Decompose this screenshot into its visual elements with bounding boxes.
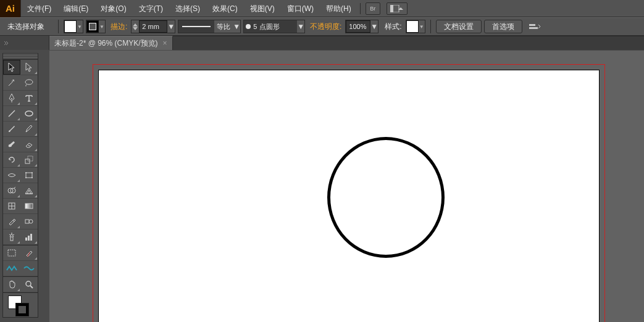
opacity-input[interactable]: 100% (346, 20, 370, 33)
svg-line-7 (9, 110, 15, 117)
lasso-tool[interactable] (20, 75, 38, 91)
width-tool[interactable] (3, 168, 20, 183)
menu-type[interactable]: 文字(T) (133, 0, 169, 17)
chevron-down-icon: ▼ (77, 24, 83, 30)
slice-tool[interactable] (20, 246, 38, 261)
artboard[interactable] (99, 70, 599, 322)
eyedropper-tool[interactable] (3, 214, 20, 229)
rotate-tool[interactable] (3, 152, 20, 168)
canvas-area[interactable] (49, 51, 644, 322)
line-tool[interactable] (3, 106, 20, 122)
document-tab[interactable]: 未标题-2* @ 96% (CMYK/预览) × (49, 36, 173, 50)
fill-swatch-dropdown[interactable]: ▼ (64, 20, 83, 33)
stepper-up-icon[interactable] (133, 23, 138, 27)
toolbox-grip[interactable] (3, 54, 38, 60)
chevron-down-icon: ▼ (99, 24, 105, 30)
ellipse-tool[interactable] (20, 106, 38, 122)
svg-rect-22 (25, 220, 29, 223)
mesh-tool[interactable] (3, 199, 20, 214)
svg-line-31 (30, 286, 33, 288)
layout-switcher[interactable] (387, 2, 408, 15)
zigzag-tool[interactable] (3, 261, 20, 276)
stroke-color-swatch[interactable] (15, 303, 29, 316)
menu-window[interactable]: 窗口(W) (281, 0, 320, 17)
fill-stroke-control[interactable] (3, 292, 38, 317)
svg-point-5 (25, 80, 33, 85)
free-transform-tool[interactable] (20, 168, 38, 183)
pen-tool[interactable] (3, 91, 20, 106)
zoom-tool[interactable] (20, 277, 38, 292)
svg-rect-27 (30, 234, 32, 241)
stroke-profile-label: 等比 (214, 22, 233, 31)
control-bar: 未选择对象 ▼ ▼ 描边: 2 mm ▼ 等比 ▼ 5 点圆形 ▼ 不透明度: … (0, 17, 644, 36)
hand-tool[interactable] (3, 277, 20, 292)
bridge-button[interactable]: Br (366, 2, 380, 15)
svg-line-29 (28, 252, 30, 257)
separator (58, 20, 59, 33)
artboard-tool[interactable] (3, 246, 20, 261)
svg-point-12 (25, 172, 27, 173)
blob-brush-tool[interactable] (3, 137, 20, 152)
menu-object[interactable]: 对象(O) (94, 0, 132, 17)
fill-swatch (64, 20, 77, 33)
app-icon[interactable]: Ai (0, 0, 21, 17)
menu-select[interactable]: 选择(S) (169, 0, 206, 17)
column-graph-tool[interactable] (20, 229, 38, 245)
stepper-down-icon[interactable] (133, 27, 138, 30)
align-panel-icon[interactable] (527, 20, 542, 33)
perspective-grid-tool[interactable] (20, 183, 38, 199)
svg-point-15 (31, 177, 33, 178)
stroke-swatch-dropdown[interactable]: ▼ (86, 20, 106, 33)
wave-tool[interactable] (20, 261, 38, 276)
pencil-tool[interactable] (20, 122, 38, 137)
shape-builder-tool[interactable] (3, 183, 20, 199)
menu-edit[interactable]: 编辑(E) (57, 0, 94, 17)
brush-dropdown[interactable]: 5 点圆形 ▼ (243, 20, 305, 33)
artwork-circle[interactable] (327, 137, 445, 258)
stroke-weight-input[interactable]: 2 mm (139, 20, 167, 33)
svg-rect-1 (390, 5, 393, 12)
menu-view[interactable]: 视图(V) (244, 0, 281, 17)
eraser-tool[interactable] (20, 137, 38, 152)
stroke-profile-preview (178, 20, 214, 33)
chevron-down-icon: ▼ (297, 22, 304, 31)
menu-bar: Ai 文件(F) 编辑(E) 对象(O) 文字(T) 选择(S) 效果(C) 视… (0, 0, 644, 17)
svg-rect-18 (9, 203, 15, 209)
stroke-weight-field[interactable]: 2 mm ▼ (131, 20, 175, 33)
document-setup-button[interactable]: 文档设置 (436, 20, 482, 33)
menu-file[interactable]: 文件(F) (21, 0, 57, 17)
svg-rect-26 (28, 236, 30, 241)
document-tab-strip: 未标题-2* @ 96% (CMYK/预览) × (0, 36, 644, 50)
gradient-tool[interactable] (20, 199, 38, 214)
close-icon[interactable]: × (163, 39, 167, 47)
type-tool[interactable] (20, 91, 38, 106)
svg-rect-10 (28, 156, 33, 161)
opacity-field[interactable]: 100% ▼ (345, 20, 378, 33)
scale-tool[interactable] (20, 152, 38, 168)
separator (430, 20, 431, 33)
brush-name: 点圆形 (259, 22, 280, 31)
svg-point-23 (29, 220, 33, 223)
menu-help[interactable]: 帮助(H) (320, 0, 358, 17)
blend-tool[interactable] (20, 214, 38, 229)
toolbox (2, 53, 38, 318)
separator (360, 3, 361, 14)
symbol-sprayer-tool[interactable] (3, 229, 20, 245)
svg-point-6 (11, 98, 12, 99)
preferences-button[interactable]: 首选项 (484, 20, 522, 33)
chevron-down-icon: ▼ (233, 22, 240, 31)
chevron-down-icon: ▼ (167, 22, 175, 31)
tab-arrange-icon[interactable] (2, 40, 10, 46)
stroke-profile-dropdown[interactable]: 等比 ▼ (178, 20, 241, 33)
svg-rect-9 (25, 159, 30, 163)
svg-rect-21 (25, 204, 33, 208)
paintbrush-tool[interactable] (3, 122, 20, 137)
menu-effect[interactable]: 效果(C) (206, 0, 244, 17)
svg-point-17 (10, 188, 15, 193)
graphic-style-dropdown[interactable]: ▼ (406, 20, 425, 33)
direct-selection-tool[interactable] (20, 60, 38, 75)
magic-wand-tool[interactable] (3, 75, 20, 91)
svg-rect-2 (529, 24, 535, 26)
svg-rect-24 (10, 237, 13, 241)
selection-tool[interactable] (3, 60, 20, 75)
